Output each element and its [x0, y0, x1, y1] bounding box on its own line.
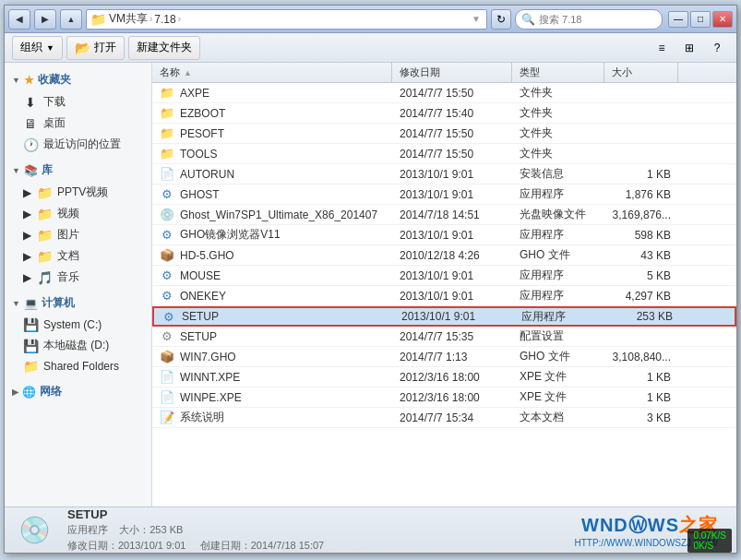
table-row[interactable]: 💿 Ghost_Win7SP1_Ultimate_X86_201407 2014…: [152, 205, 736, 225]
file-date-cell: 2013/10/1 9:01: [392, 229, 512, 242]
file-type-cell: 光盘映像文件: [512, 207, 604, 222]
favorites-header[interactable]: ▼ ★ 收藏夹: [5, 68, 151, 91]
new-folder-button[interactable]: 新建文件夹: [128, 36, 200, 60]
organize-arrow: ▼: [46, 43, 54, 53]
explorer-window: ◀ ▶ ▲ 📁 VM共享 › 7.18 › ▼ ↻ 🔍: [4, 5, 737, 554]
file-name-text: 系统说明: [180, 410, 224, 425]
music-icon: 🎵: [37, 270, 52, 285]
table-row[interactable]: ⚙ MOUSE 2013/10/1 9:01 应用程序 5 KB: [152, 266, 736, 286]
sidebar-item-downloads[interactable]: ⬇ 下载: [5, 91, 151, 113]
sidebar-item-shared[interactable]: 📁 Shared Folders: [5, 356, 151, 376]
library-header[interactable]: ▼ 📚 库: [5, 159, 151, 182]
table-row[interactable]: 📁 PESOFT 2014/7/7 15:50 文件夹: [152, 124, 736, 144]
file-date-cell: 2014/7/7 15:34: [392, 411, 512, 424]
table-row[interactable]: 📄 WINPE.XPE 2012/3/16 18:00 XPE 文件 1 KB: [152, 387, 736, 408]
documents-label: 文档: [57, 248, 79, 264]
table-row[interactable]: 📄 AUTORUN 2013/10/1 9:01 安装信息 1 KB: [152, 164, 736, 185]
file-name-cell: 📦 HD-5.GHO: [152, 248, 392, 263]
pptv-arrow: ▶: [23, 186, 31, 199]
desktop-label: 桌面: [43, 115, 66, 131]
back-button[interactable]: ◀: [8, 9, 30, 30]
table-row[interactable]: ⚙ SETUP 2014/7/7 15:35 配置设置: [152, 327, 736, 347]
table-row[interactable]: ⚙ GHOST 2013/10/1 9:01 应用程序 1,876 KB: [152, 185, 736, 205]
upload-speed: 0.07K/S: [693, 530, 726, 541]
table-row[interactable]: ⚙ GHO镜像浏览器V11 2013/10/1 9:01 应用程序 598 KB: [152, 225, 736, 245]
forward-button[interactable]: ▶: [34, 9, 56, 30]
sidebar-item-systemc[interactable]: 💾 System (C:): [5, 315, 151, 335]
up-button[interactable]: ▲: [60, 9, 82, 30]
col-size-label: 大小: [612, 66, 632, 79]
preview-pane-button[interactable]: ⊞: [677, 38, 701, 58]
sidebar-item-desktop[interactable]: 🖥 桌面: [5, 113, 151, 134]
library-section: ▼ 📚 库 ▶ 📁 PPTV视频 ▶ 📁 视频 ▶ 📁 图片: [5, 159, 151, 288]
open-button[interactable]: 📂 打开: [66, 36, 125, 60]
pptv-icon: 📁: [37, 185, 52, 200]
sidebar-item-locald[interactable]: 💾 本地磁盘 (D:): [5, 335, 151, 356]
sidebar-item-video[interactable]: ▶ 📁 视频: [5, 203, 151, 224]
file-name-text: Ghost_Win7SP1_Ultimate_X86_201407: [180, 209, 377, 221]
table-row[interactable]: 📁 AXPE 2014/7/7 15:50 文件夹: [152, 83, 736, 103]
col-type-header[interactable]: 类型: [512, 63, 604, 82]
computer-header[interactable]: ▼ 💻 计算机: [5, 292, 151, 315]
downloads-label: 下载: [43, 94, 66, 110]
file-type-cell: XPE 文件: [512, 389, 604, 405]
file-name-cell: ⚙ SETUP: [152, 329, 392, 344]
downloads-icon: ⬇: [23, 95, 38, 110]
table-row[interactable]: 📦 WIN7.GHO 2014/7/7 1:13 GHO 文件 3,108,84…: [152, 347, 736, 367]
file-name-cell: 📄 WINNT.XPE: [152, 370, 392, 385]
file-name-text: AXPE: [180, 87, 209, 100]
file-icon: ⚙: [160, 268, 174, 283]
file-name-text: EZBOOT: [180, 107, 225, 120]
sidebar-item-pptv[interactable]: ▶ 📁 PPTV视频: [5, 182, 151, 203]
network-header[interactable]: ▶ 🌐 网络: [5, 380, 151, 403]
sidebar-item-music[interactable]: ▶ 🎵 音乐: [5, 267, 151, 288]
computer-icon: 💻: [24, 297, 38, 310]
minimize-button[interactable]: —: [668, 11, 688, 28]
open-icon: 📂: [75, 41, 90, 55]
table-row[interactable]: 📁 EZBOOT 2014/7/7 15:40 文件夹: [152, 103, 736, 124]
col-size-header[interactable]: 大小: [604, 63, 678, 82]
computer-arrow: ▼: [12, 299, 20, 308]
file-type-cell: XPE 文件: [512, 369, 604, 385]
status-dates: 修改日期：2013/10/1 9:01 创建日期：2014/7/18 15:07: [67, 539, 324, 553]
view-options-button[interactable]: ≡: [650, 38, 674, 58]
file-size-cell: 1,876 KB: [604, 188, 678, 201]
name-sort-arrow: ▲: [184, 68, 192, 77]
table-row[interactable]: 📁 TOOLS 2014/7/7 15:50 文件夹: [152, 144, 736, 164]
file-date-cell: 2014/7/7 15:50: [392, 127, 512, 140]
file-list: 📁 AXPE 2014/7/7 15:50 文件夹 📁 EZBOOT 2014/…: [152, 83, 736, 506]
file-type-cell: GHO 文件: [512, 349, 604, 364]
close-button[interactable]: ✕: [712, 11, 733, 28]
maximize-button[interactable]: □: [690, 11, 711, 28]
search-input[interactable]: [539, 14, 656, 25]
table-row[interactable]: ⚙ SETUP 2013/10/1 9:01 应用程序 253 KB: [152, 306, 736, 327]
col-name-header[interactable]: 名称 ▲: [152, 63, 392, 82]
sidebar-item-documents[interactable]: ▶ 📁 文档: [5, 245, 151, 267]
file-name-cell: 📁 AXPE: [152, 86, 392, 101]
sidebar-item-recent[interactable]: 🕐 最近访问的位置: [5, 134, 151, 155]
video-icon: 📁: [37, 207, 52, 221]
address-part-2[interactable]: 7.18: [154, 13, 175, 26]
address-dropdown[interactable]: ▼: [470, 13, 483, 26]
table-row[interactable]: 📦 HD-5.GHO 2010/12/18 4:26 GHO 文件 43 KB: [152, 245, 736, 266]
sidebar-item-pictures[interactable]: ▶ 📁 图片: [5, 224, 151, 245]
address-part-1[interactable]: VM共享: [109, 11, 148, 27]
status-modified: 修改日期：2013/10/1 9:01: [67, 540, 185, 551]
file-name-cell: 📁 EZBOOT: [152, 106, 392, 121]
file-type-cell: 应用程序: [514, 309, 606, 325]
col-date-header[interactable]: 修改日期: [392, 63, 512, 82]
table-row[interactable]: ⚙ ONEKEY 2013/10/1 9:01 应用程序 4,297 KB: [152, 286, 736, 306]
new-folder-label: 新建文件夹: [137, 40, 192, 55]
window-controls: — □ ✕: [668, 11, 733, 28]
file-icon: 📄: [160, 167, 174, 182]
organize-button[interactable]: 组织 ▼: [12, 36, 63, 60]
help-button[interactable]: ?: [705, 38, 729, 58]
file-date-cell: 2014/7/7 15:50: [392, 87, 512, 100]
search-bar[interactable]: 🔍: [515, 9, 663, 30]
table-row[interactable]: 📝 系统说明 2014/7/7 15:34 文本文档 3 KB: [152, 408, 736, 428]
table-row[interactable]: 📄 WINNT.XPE 2012/3/16 18:00 XPE 文件 1 KB: [152, 367, 736, 387]
address-bar[interactable]: 📁 VM共享 › 7.18 › ▼: [86, 9, 487, 30]
refresh-button[interactable]: ↻: [491, 9, 511, 30]
file-name-text: GHO镜像浏览器V11: [180, 227, 281, 243]
network-label: 网络: [40, 384, 62, 399]
